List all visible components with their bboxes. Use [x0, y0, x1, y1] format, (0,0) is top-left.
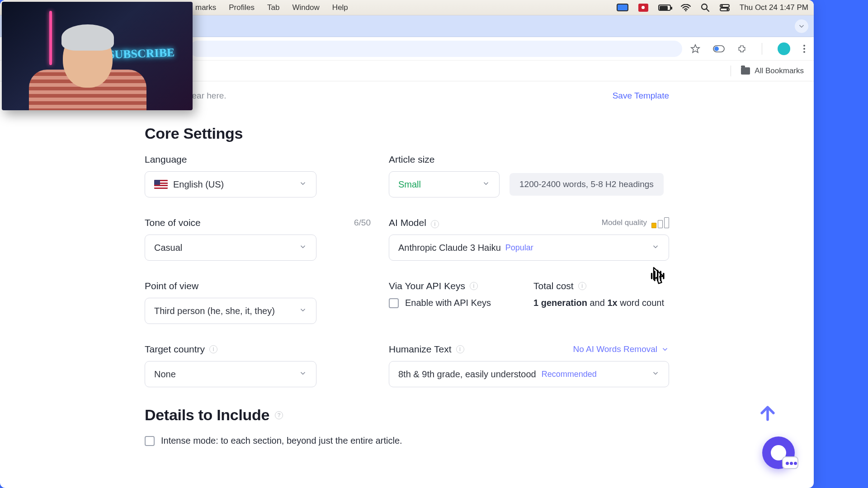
- intense-mode-row[interactable]: Intense mode: to each section, beyond ju…: [145, 436, 669, 446]
- article-size-value: Small: [398, 179, 421, 190]
- svg-point-4: [721, 5, 723, 7]
- tone-char-count: 6/50: [354, 218, 371, 228]
- search-icon[interactable]: [701, 3, 710, 12]
- humanize-value: 8th & 9th grade, easily understood: [398, 369, 536, 380]
- model-quality-bars-icon: [651, 217, 669, 228]
- pov-label: Point of view: [145, 281, 371, 291]
- svg-point-13: [803, 51, 805, 53]
- info-icon[interactable]: i: [470, 282, 478, 290]
- chevron-down-icon: [651, 369, 660, 380]
- target-country-select[interactable]: None: [145, 361, 316, 387]
- svg-point-10: [714, 47, 719, 51]
- tone-field: Tone of voice 6/50 Casual: [145, 217, 371, 261]
- target-country-field: Target country i None: [145, 344, 371, 387]
- total-cost-label: Total cost: [533, 281, 574, 291]
- ai-model-select[interactable]: Anthropic Claude 3 Haiku Popular: [389, 235, 669, 261]
- target-country-value: None: [154, 369, 176, 380]
- info-icon[interactable]: i: [456, 345, 464, 353]
- humanize-label: Humanize Text: [389, 344, 452, 355]
- wifi-icon[interactable]: [681, 4, 691, 11]
- humanize-select[interactable]: 8th & 9th grade, easily understood Recom…: [389, 361, 669, 387]
- tone-label: Tone of voice: [145, 217, 201, 228]
- intense-mode-checkbox[interactable]: [145, 436, 155, 446]
- scroll-to-top-button[interactable]: [758, 403, 778, 425]
- article-size-field: Article size Small 1200-2400 words, 5-8 …: [389, 154, 669, 197]
- chevron-down-icon: [299, 306, 307, 316]
- svg-point-12: [803, 48, 805, 50]
- total-cost-value: 1 generation and 1x word count: [533, 298, 669, 308]
- info-icon[interactable]: i: [209, 345, 217, 353]
- folder-icon: [741, 67, 750, 75]
- api-keys-checkbox-label: Enable with API Keys: [405, 298, 491, 308]
- pov-field: Point of view Third person (he, she, it,…: [145, 281, 371, 324]
- tabs-dropdown-icon[interactable]: [795, 19, 808, 33]
- chat-bubble-icon[interactable]: [782, 456, 798, 469]
- pill-icon[interactable]: [713, 45, 725, 52]
- menu-help[interactable]: Help: [332, 3, 348, 12]
- svg-point-11: [803, 45, 805, 47]
- target-country-label: Target country: [145, 344, 205, 355]
- article-size-hint: 1200-2400 words, 5-8 H2 headings: [509, 173, 664, 196]
- webcam-overlay: SUBSCRIBE: [2, 2, 193, 110]
- menu-bookmarks[interactable]: marks: [195, 3, 216, 12]
- info-icon[interactable]: i: [578, 282, 586, 290]
- info-icon[interactable]: i: [431, 220, 439, 228]
- article-size-label: Article size: [389, 154, 669, 165]
- recommended-tag: Recommended: [542, 370, 597, 379]
- all-bookmarks-button[interactable]: All Bookmarks: [755, 66, 804, 75]
- bookmark-star-icon[interactable]: [690, 44, 700, 54]
- language-label: Language: [145, 154, 371, 165]
- popular-tag: Popular: [505, 243, 533, 253]
- chevron-down-icon: [651, 243, 660, 253]
- screen-share-icon[interactable]: [617, 4, 628, 11]
- menu-tab[interactable]: Tab: [267, 3, 279, 12]
- language-select[interactable]: English (US): [145, 171, 316, 197]
- menubar-clock[interactable]: Thu Oct 24 1:47 PM: [740, 3, 808, 12]
- pov-value: Third person (he, she, it, they): [154, 306, 275, 316]
- no-ai-words-link[interactable]: No AI Words Removal: [573, 344, 669, 354]
- ai-model-field: AI Model i Model quality Anthropic Claud…: [389, 217, 669, 261]
- pov-select[interactable]: Third person (he, she, it, they): [145, 298, 316, 324]
- us-flag-icon: [154, 180, 168, 189]
- url-field[interactable]: [190, 41, 682, 57]
- intense-mode-label: Intense mode: to each section, beyond ju…: [161, 436, 402, 446]
- ai-model-label: AI Model: [389, 217, 426, 228]
- tone-value: Casual: [154, 243, 182, 253]
- info-icon[interactable]: ?: [275, 411, 283, 419]
- svg-marker-8: [691, 44, 699, 52]
- humanize-field: Humanize Text i No AI Words Removal 8th …: [389, 344, 669, 387]
- details-heading: Details to Include ?: [145, 406, 669, 424]
- battery-icon[interactable]: [658, 5, 671, 11]
- page-content: ates will appear here. Save Template Cor…: [0, 81, 814, 446]
- extensions-icon[interactable]: [737, 44, 746, 53]
- model-quality-label: Model quality: [602, 218, 647, 227]
- profile-avatar[interactable]: [778, 42, 790, 55]
- menu-profiles[interactable]: Profiles: [229, 3, 255, 12]
- record-icon[interactable]: [638, 4, 648, 12]
- api-keys-checkbox-row[interactable]: Enable with API Keys: [389, 298, 524, 308]
- save-template-link[interactable]: Save Template: [613, 91, 669, 101]
- svg-point-6: [726, 9, 728, 10]
- chevron-down-icon: [299, 243, 307, 253]
- tone-select[interactable]: Casual: [145, 235, 316, 261]
- svg-point-0: [685, 9, 686, 11]
- api-keys-label: Via Your API Keys: [389, 281, 465, 291]
- ai-model-value: Anthropic Claude 3 Haiku: [398, 243, 501, 253]
- toolbar-divider: [762, 43, 762, 55]
- chevron-down-icon: [299, 179, 307, 190]
- chevron-down-icon: [299, 369, 307, 380]
- language-field: Language English (US): [145, 154, 371, 197]
- language-value: English (US): [173, 179, 224, 190]
- article-size-select[interactable]: Small: [389, 171, 500, 197]
- menu-window[interactable]: Window: [292, 3, 319, 12]
- control-center-icon[interactable]: [720, 4, 730, 11]
- api-keys-checkbox[interactable]: [389, 298, 399, 308]
- core-settings-heading: Core Settings: [145, 125, 669, 142]
- kebab-menu-icon[interactable]: [803, 44, 806, 53]
- api-cost-row: Via Your API Keys i Enable with API Keys…: [389, 281, 669, 324]
- chevron-down-icon: [482, 179, 490, 190]
- svg-line-2: [707, 9, 709, 11]
